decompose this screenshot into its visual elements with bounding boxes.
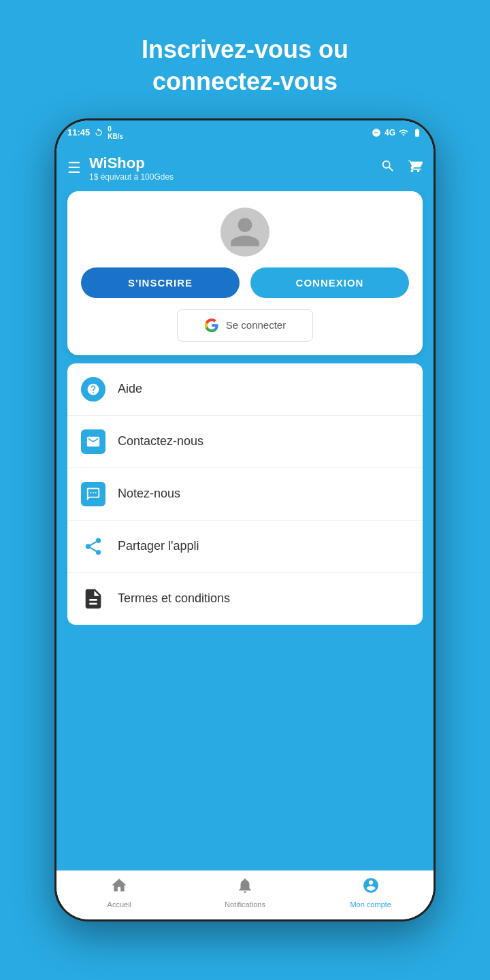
nav-mon-compte-label: Mon compte [350,900,391,909]
app-title: WiShop [89,154,380,172]
nav-accueil-label: Accueil [108,900,131,909]
terms-label: Termes et conditions [118,591,230,606]
kb-display: 0KB/s [108,125,123,140]
aide-icon [81,377,105,402]
avatar [220,208,270,257]
profile-card: S'INSCRIRE CONNEXION Se connecter [67,191,423,355]
page-title: Inscrivez-vous ouconnectez-vous [101,34,389,98]
time-display: 11:45 [67,127,90,137]
bell-icon [236,877,254,898]
phone-frame: 11:45 0KB/s 4G [54,118,436,921]
home-icon [110,877,128,898]
menu-list: Aide Contactez-nous Notez-nous [67,363,423,625]
sync-icon [94,128,103,137]
nav-accueil[interactable]: Accueil [56,877,182,909]
menu-item-share[interactable]: Partager l'appli [67,521,423,573]
menu-item-terms[interactable]: Termes et conditions [67,573,423,625]
nav-notifications-label: Notifications [225,900,265,909]
nav-mon-compte[interactable]: Mon compte [308,877,434,909]
inscrire-button[interactable]: S'INSCRIRE [81,267,240,298]
terms-icon [81,587,105,611]
connexion-button[interactable]: CONNEXION [250,267,409,298]
search-icon[interactable] [380,159,395,178]
menu-item-contact[interactable]: Contactez-nous [67,416,423,468]
aide-label: Aide [118,382,142,396]
google-signin-button[interactable]: Se connecter [177,309,313,342]
google-icon [204,318,219,333]
contact-label: Contactez-nous [118,434,203,448]
account-icon [362,877,380,898]
nav-notifications[interactable]: Notifications [182,877,308,909]
dnd-icon [372,128,381,137]
auth-buttons: S'INSCRIRE CONNEXION [81,267,409,298]
cart-icon[interactable] [408,159,423,178]
share-label: Partager l'appli [118,539,199,553]
note-icon [81,482,105,506]
google-label: Se connecter [226,319,286,331]
bottom-nav: Accueil Notifications Mon compte [56,870,434,919]
menu-icon[interactable]: ☰ [67,159,81,177]
battery-icon [412,128,423,137]
note-label: Notez-nous [118,487,180,501]
signal-icon [399,128,408,137]
app-subtitle: 1$ équivaut à 100Gdes [89,172,380,182]
share-icon [81,534,105,559]
menu-item-note[interactable]: Notez-nous [67,468,423,521]
contact-icon [81,429,105,454]
status-bar: 11:45 0KB/s 4G [56,120,434,145]
network-label: 4G [385,128,395,137]
menu-item-aide[interactable]: Aide [67,363,423,416]
app-bar: ☰ WiShop 1$ équivaut à 100Gdes [56,145,434,191]
